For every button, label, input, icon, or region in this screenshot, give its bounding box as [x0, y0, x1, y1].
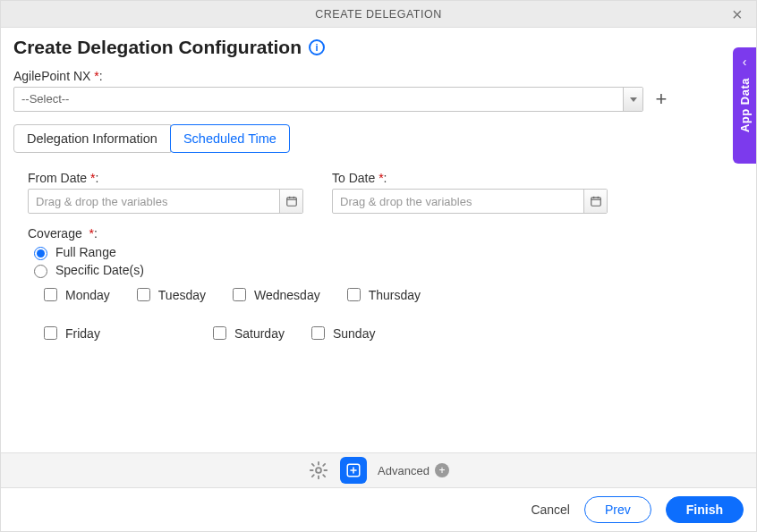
modal-title: CREATE DELEGATION	[315, 8, 441, 21]
chevron-down-icon	[630, 97, 637, 102]
day-friday[interactable]: Friday	[40, 324, 100, 342]
gear-icon	[309, 460, 328, 480]
app-field-label: AgilePoint NX *:	[13, 69, 744, 83]
day-friday-checkbox[interactable]	[44, 326, 57, 340]
app-data-drawer-tab[interactable]: ‹ App Data	[733, 47, 756, 164]
day-tuesday[interactable]: Tuesday	[133, 285, 206, 304]
day-sunday-checkbox[interactable]	[311, 326, 325, 340]
prev-button[interactable]: Prev	[584, 496, 651, 523]
app-data-label: App Data	[738, 78, 752, 132]
calendar-icon	[590, 195, 602, 207]
app-select-dropdown-button[interactable]	[623, 88, 642, 111]
quickbar: Advanced +	[1, 452, 756, 488]
tab-bar: Delegation Information Scheduled Time	[13, 124, 744, 153]
to-date-picker-button[interactable]	[583, 190, 607, 213]
day-wednesday[interactable]: Wednesday	[229, 285, 320, 304]
add-panel-icon	[345, 462, 361, 478]
day-thursday[interactable]: Thursday	[344, 285, 421, 304]
to-date-field	[332, 189, 608, 214]
calendar-icon	[285, 195, 298, 207]
coverage-specific-dates[interactable]: Specific Date(s)	[30, 262, 729, 278]
info-icon[interactable]: i	[309, 39, 325, 55]
plus-circle-icon: +	[435, 463, 449, 477]
from-date-field	[28, 189, 303, 214]
day-thursday-checkbox[interactable]	[347, 288, 361, 301]
day-wednesday-checkbox[interactable]	[233, 288, 246, 301]
day-monday[interactable]: Monday	[40, 285, 110, 304]
coverage-full-range-label: Full Range	[55, 245, 116, 259]
coverage-full-range[interactable]: Full Range	[30, 244, 729, 260]
cancel-button[interactable]: Cancel	[531, 502, 570, 517]
coverage-label: Coverage *:	[28, 226, 729, 241]
tab-panel-scheduled-time: From Date *: To Date *:	[13, 153, 744, 342]
coverage-full-range-radio[interactable]	[34, 247, 47, 260]
page-title: Create Delegation Configuration i	[13, 37, 744, 58]
from-date-label: From Date *:	[28, 171, 303, 185]
settings-button[interactable]	[308, 460, 329, 481]
day-sunday[interactable]: Sunday	[308, 324, 375, 342]
advanced-label: Advanced	[378, 464, 430, 477]
plus-icon: +	[656, 88, 668, 110]
days-of-week-group: Monday Tuesday Wednesday Thursday Friday…	[40, 285, 488, 342]
day-saturday[interactable]: Saturday	[209, 324, 285, 342]
chevron-left-icon: ‹	[743, 55, 747, 69]
modal-titlebar: CREATE DELEGATION ×	[1, 1, 756, 28]
svg-rect-0	[286, 198, 296, 206]
svg-point-2	[316, 468, 321, 473]
app-select[interactable]: --Select--	[13, 87, 643, 112]
close-icon[interactable]: ×	[724, 1, 751, 28]
add-app-button[interactable]: +	[652, 90, 670, 108]
from-date-input[interactable]	[29, 190, 279, 213]
finish-button[interactable]: Finish	[666, 496, 744, 523]
coverage-specific-dates-label: Specific Date(s)	[55, 263, 144, 277]
day-monday-checkbox[interactable]	[44, 288, 57, 301]
advanced-toggle[interactable]: Advanced +	[378, 463, 449, 477]
to-date-input[interactable]	[333, 190, 583, 213]
app-select-value: --Select--	[14, 88, 623, 111]
tab-scheduled-time[interactable]: Scheduled Time	[170, 124, 290, 153]
create-delegation-modal: CREATE DELEGATION × Create Delegation Co…	[0, 0, 757, 532]
from-date-picker-button[interactable]	[279, 190, 302, 213]
to-date-label: To Date *:	[332, 171, 608, 185]
app-field-label-text: AgilePoint NX	[13, 69, 90, 83]
svg-rect-1	[591, 198, 600, 206]
footer: Cancel Prev Finish	[1, 488, 756, 531]
tab-delegation-information[interactable]: Delegation Information	[13, 124, 171, 153]
add-panel-button[interactable]	[340, 457, 367, 484]
page-title-text: Create Delegation Configuration	[13, 37, 302, 58]
day-saturday-checkbox[interactable]	[213, 326, 226, 340]
day-tuesday-checkbox[interactable]	[137, 288, 150, 301]
coverage-specific-dates-radio[interactable]	[34, 265, 47, 278]
